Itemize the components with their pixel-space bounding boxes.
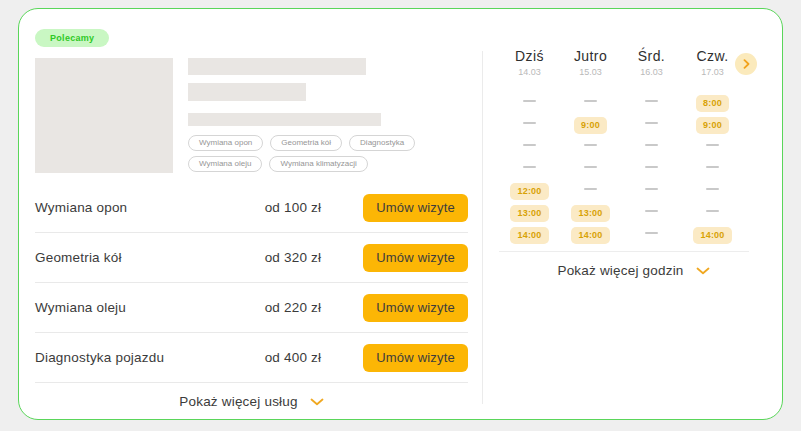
provider-panel: Polecamy Wymiana opon Geometria kół Diag…: [19, 9, 482, 419]
chevron-down-icon: [696, 267, 710, 275]
service-price: od 100 zł: [265, 200, 322, 215]
slot-unavailable-dash: [584, 166, 597, 168]
service-row: Wymiana oleju od 220 zł Umów wizyte: [35, 283, 468, 333]
slot-unavailable-dash: [584, 144, 597, 146]
slot-cell: [584, 100, 597, 102]
slot-unavailable-dash: [645, 210, 658, 212]
slot-cell: 9:00: [574, 114, 607, 132]
slot-cell: 14:00: [571, 224, 609, 242]
slot-cell: 13:00: [571, 202, 609, 220]
service-row: Wymiana opon od 100 zł Umów wizyte: [35, 183, 468, 233]
next-days-button[interactable]: [735, 53, 757, 75]
service-price: od 400 zł: [265, 350, 322, 365]
day-header[interactable]: Jutro 15.03: [560, 48, 621, 77]
service-tag[interactable]: Wymiana opon: [188, 135, 263, 151]
slot-cell: 14:00: [693, 224, 731, 242]
service-tag[interactable]: Diagnostyka: [349, 135, 415, 151]
slot-unavailable-dash: [706, 210, 719, 212]
slot-cell: [645, 210, 658, 212]
day-date: 15.03: [560, 67, 621, 77]
service-tag[interactable]: Wymiana klimatyzacji: [269, 156, 367, 172]
slot-unavailable-dash: [523, 144, 536, 146]
service-name: Diagnostyka pojazdu: [35, 350, 265, 365]
time-slot[interactable]: 9:00: [574, 117, 607, 134]
slot-cell: [645, 144, 658, 146]
chevron-right-icon: [743, 59, 750, 69]
day-date: 17.03: [682, 67, 743, 77]
show-more-services[interactable]: Pokaż więcej usług: [35, 383, 468, 420]
provider-info: Wymiana opon Geometria kół Diagnostyka W…: [188, 58, 438, 173]
book-visit-button[interactable]: Umów wizyte: [363, 194, 468, 222]
slot-cell: [706, 210, 719, 212]
time-slot[interactable]: 13:00: [510, 205, 548, 222]
service-provider-card: Polecamy Wymiana opon Geometria kół Diag…: [18, 8, 783, 420]
service-tag[interactable]: Wymiana oleju: [188, 156, 262, 172]
slot-unavailable-dash: [645, 144, 658, 146]
service-name: Geometria kół: [35, 250, 265, 265]
book-visit-button[interactable]: Umów wizyte: [363, 294, 468, 322]
slot-cell: [645, 188, 658, 190]
show-more-services-label: Pokaż więcej usług: [179, 394, 297, 409]
time-slot[interactable]: 8:00: [696, 95, 729, 112]
slot-unavailable-dash: [523, 166, 536, 168]
slot-unavailable-dash: [706, 188, 719, 190]
provider-rating-placeholder: [188, 83, 306, 101]
time-slot[interactable]: 14:00: [571, 227, 609, 244]
slot-cell: [523, 144, 536, 146]
book-visit-button[interactable]: Umów wizyte: [363, 244, 468, 272]
day-label: Śrd.: [621, 48, 682, 64]
service-price: od 320 zł: [265, 250, 322, 265]
slot-cell: [645, 232, 658, 234]
slot-cell: 8:00: [696, 92, 729, 110]
slot-cell: [584, 166, 597, 168]
slot-cell: [523, 122, 536, 124]
slot-unavailable-dash: [706, 144, 719, 146]
show-more-hours[interactable]: Pokaż więcej godzin: [499, 252, 768, 289]
time-slot[interactable]: 9:00: [696, 117, 729, 134]
time-slot[interactable]: 14:00: [693, 227, 731, 244]
provider-photo-placeholder: [35, 58, 173, 173]
slot-unavailable-dash: [523, 100, 536, 102]
slot-cell: [523, 100, 536, 102]
day-label: Czw.: [682, 48, 743, 64]
time-slot-grid: 8:009:009:0012:0013:0013:0014:0014:0014:…: [499, 90, 768, 244]
slot-unavailable-dash: [584, 100, 597, 102]
slot-cell: [645, 122, 658, 124]
day-header[interactable]: Śrd. 16.03: [621, 48, 682, 77]
slot-unavailable-dash: [645, 100, 658, 102]
slot-cell: 13:00: [510, 202, 548, 220]
slot-cell: [584, 188, 597, 190]
slot-cell: [706, 144, 719, 146]
recommended-badge: Polecamy: [35, 29, 109, 47]
slot-cell: 9:00: [696, 114, 729, 132]
day-label: Jutro: [560, 48, 621, 64]
slot-cell: [523, 166, 536, 168]
calendar-panel: Dziś 14.03 Jutro 15.03 Śrd. 16.03 Czw. 1…: [483, 9, 782, 419]
service-price: od 220 zł: [265, 300, 322, 315]
chevron-down-icon: [310, 398, 324, 406]
book-visit-button[interactable]: Umów wizyte: [363, 344, 468, 372]
service-tag[interactable]: Geometria kół: [270, 135, 342, 151]
day-headers: Dziś 14.03 Jutro 15.03 Śrd. 16.03 Czw. 1…: [499, 48, 768, 77]
provider-name-placeholder: [188, 58, 366, 75]
slot-cell: [706, 166, 719, 168]
time-slot[interactable]: 14:00: [510, 227, 548, 244]
slot-cell: [584, 144, 597, 146]
day-header[interactable]: Dziś 14.03: [499, 48, 560, 77]
slot-cell: [645, 166, 658, 168]
slot-cell: [706, 188, 719, 190]
provider-address-placeholder: [188, 113, 381, 126]
day-header[interactable]: Czw. 17.03: [682, 48, 743, 77]
show-more-hours-label: Pokaż więcej godzin: [557, 263, 683, 278]
time-slot[interactable]: 13:00: [571, 205, 609, 222]
slot-unavailable-dash: [645, 166, 658, 168]
service-tags: Wymiana opon Geometria kół Diagnostyka W…: [188, 135, 438, 172]
slot-cell: 12:00: [510, 180, 548, 198]
slot-unavailable-dash: [523, 122, 536, 124]
services-list: Wymiana opon od 100 zł Umów wizyte Geome…: [35, 183, 468, 383]
slot-cell: 14:00: [510, 224, 548, 242]
service-name: Wymiana opon: [35, 200, 265, 215]
slot-cell: [645, 100, 658, 102]
time-slot[interactable]: 12:00: [510, 183, 548, 200]
day-date: 14.03: [499, 67, 560, 77]
